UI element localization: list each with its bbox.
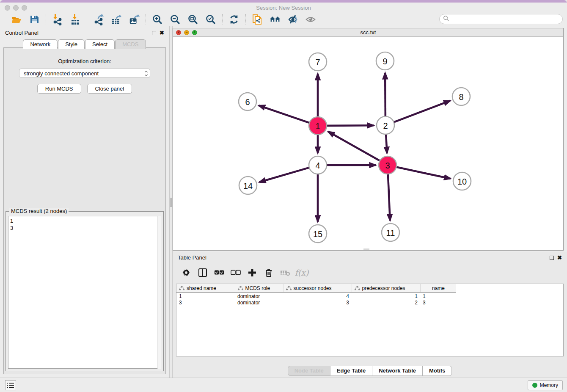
function-builder-icon[interactable]: f(x) (297, 268, 307, 278)
select-all-icon[interactable] (214, 268, 224, 278)
splitter-grip[interactable] (170, 198, 172, 207)
add-column-icon[interactable] (247, 268, 257, 278)
show-hide-eye-icon[interactable] (305, 14, 316, 25)
delete-table-icon[interactable] (280, 268, 290, 278)
graph-node-label-4: 4 (315, 161, 320, 170)
zoom-fit-icon[interactable] (187, 14, 198, 25)
graph-edge-3-11[interactable] (388, 174, 390, 221)
cell-successor-nodes[interactable]: 4 (283, 293, 352, 299)
column-header-mcds-role[interactable]: MCDS role (235, 284, 283, 293)
float-panel-icon[interactable] (152, 31, 156, 35)
criterion-select-value: strongly connected component (24, 70, 99, 77)
cell-name[interactable]: 1 (420, 293, 456, 299)
zoom-selected-icon[interactable] (205, 14, 216, 25)
export-image-icon[interactable] (129, 14, 140, 25)
refresh-layout-icon[interactable] (228, 14, 239, 25)
graph-edge-2-9[interactable] (385, 73, 385, 116)
graph-edge-2-8[interactable] (394, 101, 450, 122)
import-network-icon[interactable] (52, 14, 63, 25)
tab-style[interactable]: Style (58, 39, 85, 49)
cell-successor-nodes[interactable]: 3 (283, 299, 352, 306)
cell-shared-name[interactable]: 1 (176, 293, 235, 299)
table-tabs: Node Table Edge Table Network Table Moti… (173, 366, 567, 376)
window-title: Session: New Session (0, 5, 567, 11)
cell-name[interactable]: 3 (420, 299, 456, 306)
memory-label: Memory (540, 382, 558, 388)
tab-select[interactable]: Select (85, 39, 115, 49)
zoom-out-icon[interactable] (170, 14, 181, 25)
graph-node-label-14: 14 (243, 181, 253, 190)
tab-node-table[interactable]: Node Table (288, 366, 330, 376)
graph-node-label-15: 15 (313, 229, 322, 239)
control-panel: Control Panel ✖ Network Style Select MCD… (0, 26, 169, 378)
mcds-result-scrollbar[interactable] (157, 216, 161, 369)
table-panel: Table Panel ✖ (173, 252, 567, 378)
control-panel-title: Control Panel (5, 30, 39, 36)
network-canvas[interactable]: 1234678910111415 (173, 37, 563, 250)
close-panel-button[interactable]: Close panel (87, 84, 132, 94)
search-icon (443, 15, 449, 23)
network-window-titlebar[interactable]: scc.txt x – + (173, 28, 563, 37)
tab-motifs[interactable]: Motifs (423, 366, 452, 376)
tab-edge-table[interactable]: Edge Table (330, 366, 372, 376)
graph-edge-3-10[interactable] (396, 167, 451, 179)
criterion-select[interactable]: strongly connected component (19, 69, 150, 78)
gear-icon[interactable] (181, 268, 191, 278)
table-toolbar: f(x) (173, 261, 567, 279)
cell-mcds-role[interactable]: dominator (235, 299, 283, 306)
cell-shared-name[interactable]: 3 (176, 299, 235, 306)
cell-mcds-role[interactable]: dominator (235, 293, 283, 299)
panel-splitter[interactable] (169, 26, 173, 378)
canvas-scrollbar[interactable] (363, 248, 369, 250)
mcds-result-title: MCDS result (2 nodes) (9, 208, 69, 214)
float-table-panel-icon[interactable] (550, 256, 554, 260)
toggle-details-icon[interactable] (287, 14, 298, 25)
network-graph[interactable]: 1234678910111415 (173, 37, 563, 250)
deselect-all-icon[interactable] (231, 268, 241, 278)
tab-network[interactable]: Network (23, 39, 58, 49)
column-header-predecessor-nodes[interactable]: predecessor nodes (352, 284, 420, 293)
node-table: shared name MCDS role successor nodes pr… (176, 284, 564, 356)
open-folder-icon[interactable] (11, 14, 22, 25)
search-input[interactable] (439, 14, 563, 24)
column-header-successor-nodes[interactable]: successor nodes (283, 284, 352, 293)
export-table-icon[interactable] (111, 14, 122, 25)
table-row[interactable]: 1 dominator 4 1 1 (176, 293, 456, 299)
tab-mcds[interactable]: MCDS (115, 39, 146, 49)
close-panel-icon[interactable]: ✖ (160, 31, 164, 35)
optimization-criterion-label: Optimization criterion: (4, 58, 165, 64)
column-layout-icon[interactable] (198, 268, 208, 278)
column-header-name[interactable]: name (420, 284, 456, 293)
graph-node-label-11: 11 (386, 228, 395, 237)
table-row[interactable]: 3 dominator 3 2 3 (176, 299, 456, 306)
list-icon (7, 382, 14, 388)
memory-status-icon (532, 383, 537, 388)
graph-edge-1-2[interactable] (327, 125, 374, 126)
chevron-up-down-icon (145, 71, 147, 76)
close-table-panel-icon[interactable]: ✖ (557, 256, 562, 260)
graph-edge-1-6[interactable] (259, 105, 309, 123)
table-header-row: shared name MCDS role successor nodes pr… (176, 284, 456, 293)
home-layout-icon[interactable] (270, 14, 281, 25)
cell-predecessor-nodes[interactable]: 2 (352, 299, 420, 306)
mcds-result-box: MCDS result (2 nodes) 1 3 (6, 211, 164, 371)
save-icon[interactable] (29, 14, 40, 25)
mcds-panel-body: Optimization criterion: strongly connect… (3, 47, 166, 374)
column-header-shared-name[interactable]: shared name (176, 284, 235, 293)
delete-icon[interactable] (264, 268, 274, 278)
graph-edge-2-3[interactable] (386, 134, 387, 153)
network-from-selection-icon[interactable] (252, 14, 263, 25)
export-network-icon[interactable] (93, 14, 104, 25)
graph-node-label-3: 3 (385, 161, 390, 170)
import-table-icon[interactable] (70, 14, 81, 25)
status-bar: Memory (0, 378, 567, 392)
cell-predecessor-nodes[interactable]: 1 (352, 293, 420, 299)
mcds-result-text[interactable]: 1 3 (8, 216, 161, 369)
graph-edge-4-14[interactable] (259, 168, 309, 182)
tab-network-table[interactable]: Network Table (372, 366, 423, 376)
graph-edge-3-1[interactable] (328, 132, 380, 161)
show-panels-button[interactable] (5, 380, 16, 390)
run-mcds-button[interactable]: Run MCDS (37, 84, 81, 94)
zoom-in-icon[interactable] (152, 14, 163, 25)
memory-button[interactable]: Memory (528, 380, 563, 390)
